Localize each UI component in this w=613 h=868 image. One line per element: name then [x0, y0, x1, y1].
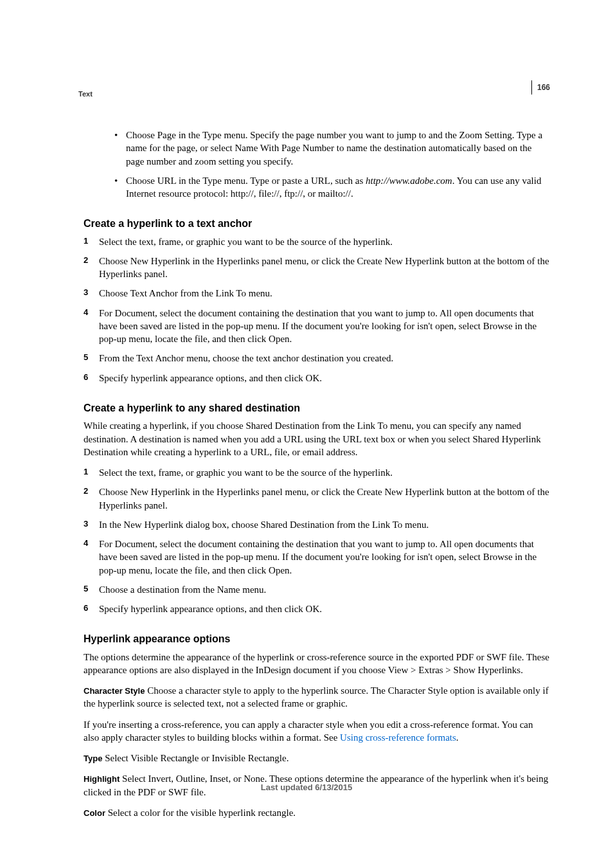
step-text: Specify hyperlink appearance options, an… [99, 373, 322, 383]
content: Choose Page in the Type menu. Specify th… [84, 129, 550, 819]
term-text: Select a color for the visible hyperlink… [105, 808, 296, 818]
text-post: . [456, 732, 459, 743]
list-item: Choose Page in the Type menu. Specify th… [114, 129, 550, 168]
step-text: Select the text, frame, or graphic you w… [99, 467, 393, 478]
section-heading-shared-destination: Create a hyperlink to any shared destina… [84, 401, 550, 415]
section-heading-text-anchor: Create a hyperlink to a text anchor [84, 217, 550, 231]
footer-last-updated: Last updated 6/13/2015 [0, 782, 613, 793]
step: From the Text Anchor menu, choose the te… [84, 352, 550, 365]
step: Choose Text Anchor from the Link To menu… [84, 287, 550, 300]
list-item: Choose URL in the Type menu. Type or pas… [114, 174, 550, 201]
steps-text-anchor: Select the text, frame, or graphic you w… [84, 235, 550, 384]
page: Text 166 Choose Page in the Type menu. S… [0, 0, 613, 868]
term-type: Type Select Visible Rectangle or Invisib… [84, 752, 550, 764]
term-text: Select Visible Rectangle or Invisible Re… [102, 753, 289, 763]
step-text: Choose a destination from the Name menu. [99, 584, 266, 595]
bullet-text: Choose Page in the Type menu. Specify th… [126, 130, 542, 167]
header-section: Text [78, 89, 93, 99]
section-intro: While creating a hyperlink, if you choos… [84, 419, 550, 458]
bullet-url: http://www.adobe.com [366, 176, 452, 186]
bullet-text-pre: Choose URL in the Type menu. Type or pas… [126, 176, 366, 186]
step-text: For Document, select the document contai… [99, 539, 537, 575]
intro-bullets: Choose Page in the Type menu. Specify th… [114, 129, 550, 200]
section-heading-appearance: Hyperlink appearance options [84, 632, 550, 646]
step: Specify hyperlink appearance options, an… [84, 372, 550, 384]
step-text: From the Text Anchor menu, choose the te… [99, 353, 393, 363]
step: Select the text, frame, or graphic you w… [84, 235, 550, 248]
step: Specify hyperlink appearance options, an… [84, 602, 550, 615]
step-text: Choose New Hyperlink in the Hyperlinks p… [99, 487, 549, 510]
page-number-box: 166 [531, 80, 550, 95]
term-character-style: Character Style Choose a character style… [84, 684, 550, 710]
step-text: Choose Text Anchor from the Link To menu… [99, 288, 272, 298]
step-text: Specify hyperlink appearance options, an… [99, 604, 322, 614]
step-text: Choose New Hyperlink in the Hyperlinks p… [99, 256, 549, 279]
step: In the New Hyperlink dialog box, choose … [84, 518, 550, 531]
step: Choose New Hyperlink in the Hyperlinks p… [84, 485, 550, 512]
step-text: For Document, select the document contai… [99, 308, 537, 345]
step-text: Select the text, frame, or graphic you w… [99, 237, 393, 247]
step: For Document, select the document contai… [84, 538, 550, 577]
step: Select the text, frame, or graphic you w… [84, 466, 550, 479]
term-color: Color Select a color for the visible hyp… [84, 806, 550, 819]
step: For Document, select the document contai… [84, 307, 550, 346]
cross-reference-link[interactable]: Using cross-reference formats [340, 732, 456, 743]
steps-shared-destination: Select the text, frame, or graphic you w… [84, 466, 550, 615]
cross-reference-note: If you're inserting a cross-reference, y… [84, 718, 550, 745]
term-text: Choose a character style to apply to the… [84, 685, 549, 709]
section-intro: The options determine the appearance of … [84, 651, 550, 677]
term-label: Character Style [84, 686, 145, 696]
term-label: Type [84, 754, 102, 763]
text-pre: If you're inserting a cross-reference, y… [84, 719, 533, 743]
step-text: In the New Hyperlink dialog box, choose … [99, 520, 429, 530]
term-label: Color [84, 808, 105, 818]
page-number: 166 [537, 82, 550, 93]
step: Choose New Hyperlink in the Hyperlinks p… [84, 255, 550, 281]
step: Choose a destination from the Name menu. [84, 583, 550, 596]
